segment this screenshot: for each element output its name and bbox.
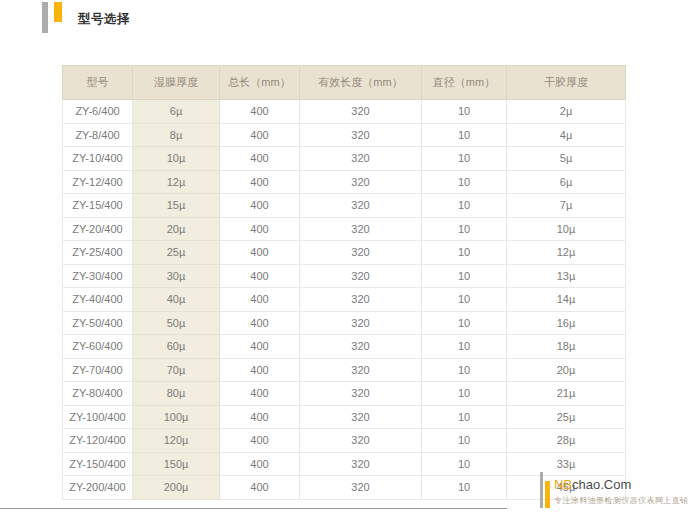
table-cell: 400: [220, 123, 300, 147]
table-cell: 400: [220, 452, 300, 476]
table-cell: 320: [300, 170, 422, 194]
table-row: ZY-50/40050µ4003201016µ: [63, 311, 626, 335]
table-cell: ZY-30/400: [63, 264, 133, 288]
table-cell: 320: [300, 382, 422, 406]
table-cell: ZY-25/400: [63, 241, 133, 265]
table-cell: ZY-80/400: [63, 382, 133, 406]
table-cell: 400: [220, 405, 300, 429]
table-cell: ZY-40/400: [63, 288, 133, 312]
table-cell: 320: [300, 147, 422, 171]
table-cell: 400: [220, 264, 300, 288]
table-cell: ZY-100/400: [63, 405, 133, 429]
logo-accent-bar-yellow: [545, 481, 550, 508]
table-cell: 100µ: [133, 405, 220, 429]
brand-logo-suffix: chao.Com: [572, 477, 631, 492]
table-cell: ZY-120/400: [63, 429, 133, 453]
table-cell: 10: [422, 264, 507, 288]
table-cell: 7µ: [507, 194, 626, 218]
table-cell: 10: [422, 170, 507, 194]
table-cell: 320: [300, 288, 422, 312]
table-cell: 30µ: [133, 264, 220, 288]
table-cell: 400: [220, 217, 300, 241]
table-cell: ZY-200/400: [63, 476, 133, 500]
table-cell: 8µ: [133, 123, 220, 147]
table-cell: 400: [220, 382, 300, 406]
table-cell: 320: [300, 217, 422, 241]
table-cell: 4µ: [507, 123, 626, 147]
table-cell: ZY-60/400: [63, 335, 133, 359]
column-header-1: 型号: [63, 66, 133, 100]
column-header-2: 湿膜厚度: [133, 66, 220, 100]
table-cell: 10: [422, 147, 507, 171]
table-cell: ZY-6/400: [63, 100, 133, 124]
table-cell: 10µ: [133, 147, 220, 171]
table-cell: 320: [300, 264, 422, 288]
table-cell: 120µ: [133, 429, 220, 453]
accent-bar-gray: [42, 2, 48, 33]
table-cell: 320: [300, 194, 422, 218]
table-cell: 20µ: [133, 217, 220, 241]
table-cell: 200µ: [133, 476, 220, 500]
table-cell: ZY-70/400: [63, 358, 133, 382]
table-header: 型号湿膜厚度总长（mm）有效长度（mm）直径（mm）干胶厚度: [63, 66, 626, 100]
table-cell: ZY-150/400: [63, 452, 133, 476]
table-cell: 320: [300, 311, 422, 335]
table-cell: 320: [300, 405, 422, 429]
table-cell: 50µ: [133, 311, 220, 335]
table-cell: 10: [422, 358, 507, 382]
accent-bar-yellow: [54, 2, 62, 22]
table-cell: 400: [220, 358, 300, 382]
brand-tagline: 专注涂料油墨检测仪器仪表网上直销: [554, 495, 688, 506]
table-cell: 320: [300, 476, 422, 500]
table-cell: 400: [220, 429, 300, 453]
table-cell: 10: [422, 241, 507, 265]
table-cell: 400: [220, 476, 300, 500]
table-cell: 5µ: [507, 147, 626, 171]
table-row: ZY-30/40030µ4003201013µ: [63, 264, 626, 288]
table-cell: 10: [422, 452, 507, 476]
table-cell: 28µ: [507, 429, 626, 453]
table-cell: ZY-8/400: [63, 123, 133, 147]
table-cell: 10: [422, 429, 507, 453]
table-cell: 80µ: [133, 382, 220, 406]
table-cell: 2µ: [507, 100, 626, 124]
table-row: ZY-80/40080µ4003201021µ: [63, 382, 626, 406]
table-cell: 10: [422, 288, 507, 312]
footer-divider: [0, 508, 507, 509]
column-header-4: 有效长度（mm）: [300, 66, 422, 100]
table-cell: 10: [422, 382, 507, 406]
table-cell: ZY-10/400: [63, 147, 133, 171]
table-cell: 6µ: [133, 100, 220, 124]
table-header-row: 型号湿膜厚度总长（mm）有效长度（mm）直径（mm）干胶厚度: [63, 66, 626, 100]
table-cell: ZY-15/400: [63, 194, 133, 218]
brand-logo-prefix: NB: [554, 477, 572, 492]
table-body: ZY-6/4006µ400320102µZY-8/4008µ400320104µ…: [63, 100, 626, 500]
table-cell: 320: [300, 241, 422, 265]
table-cell: 320: [300, 123, 422, 147]
table-cell: 10: [422, 405, 507, 429]
table-cell: 25µ: [133, 241, 220, 265]
table-cell: 400: [220, 170, 300, 194]
table-cell: 400: [220, 100, 300, 124]
table-cell: 33µ: [507, 452, 626, 476]
table-row: ZY-100/400100µ4003201025µ: [63, 405, 626, 429]
table-cell: 10: [422, 123, 507, 147]
table-cell: 400: [220, 311, 300, 335]
table-cell: 400: [220, 288, 300, 312]
table-cell: 320: [300, 358, 422, 382]
table-cell: ZY-50/400: [63, 311, 133, 335]
table-cell: 320: [300, 100, 422, 124]
table-cell: 18µ: [507, 335, 626, 359]
column-header-3: 总长（mm）: [220, 66, 300, 100]
table-cell: 20µ: [507, 358, 626, 382]
table-cell: ZY-12/400: [63, 170, 133, 194]
model-spec-table: 型号湿膜厚度总长（mm）有效长度（mm）直径（mm）干胶厚度 ZY-6/4006…: [62, 65, 626, 500]
table-row: ZY-40/40040µ4003201014µ: [63, 288, 626, 312]
table-row: ZY-6/4006µ400320102µ: [63, 100, 626, 124]
table-cell: 70µ: [133, 358, 220, 382]
table-cell: 10: [422, 194, 507, 218]
table-cell: 40µ: [133, 288, 220, 312]
page-title: 型号选择: [78, 11, 130, 28]
table-row: ZY-15/40015µ400320107µ: [63, 194, 626, 218]
table-cell: 10: [422, 100, 507, 124]
